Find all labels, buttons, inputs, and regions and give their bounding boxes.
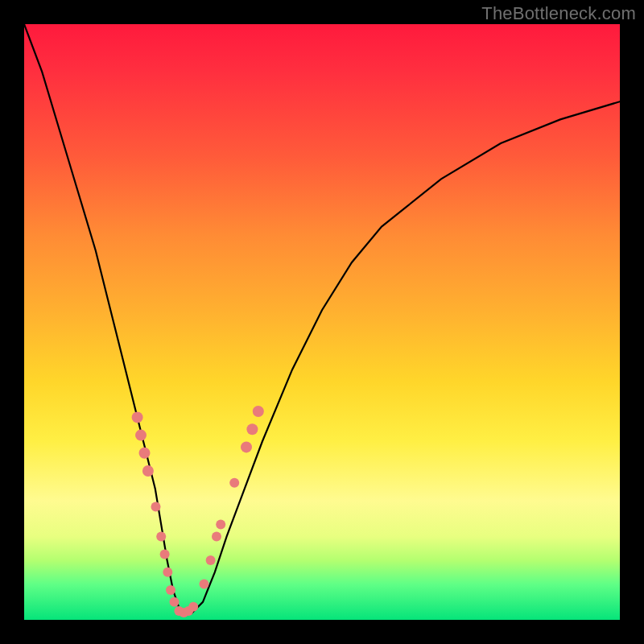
data-point bbox=[216, 520, 225, 530]
data-point bbox=[151, 502, 161, 511]
chart-frame: TheBottleneck.com bbox=[0, 0, 644, 644]
data-point bbox=[188, 602, 198, 612]
watermark-text: TheBottleneck.com bbox=[481, 3, 636, 24]
data-point bbox=[156, 531, 166, 541]
data-point bbox=[132, 411, 143, 423]
data-point bbox=[170, 597, 180, 607]
data-point bbox=[163, 568, 172, 577]
data-point bbox=[139, 448, 151, 459]
data-point bbox=[142, 465, 154, 477]
chart-svg bbox=[24, 24, 620, 620]
data-point bbox=[135, 430, 147, 441]
data-point bbox=[241, 441, 252, 452]
data-point bbox=[160, 550, 170, 559]
data-point bbox=[246, 423, 258, 435]
data-point bbox=[200, 580, 209, 589]
data-markers bbox=[132, 406, 264, 617]
data-point bbox=[206, 555, 216, 565]
plot-area bbox=[24, 24, 620, 620]
data-point bbox=[253, 406, 264, 417]
data-point bbox=[166, 585, 175, 595]
data-point bbox=[212, 531, 221, 541]
bottleneck-curve bbox=[24, 24, 620, 614]
data-point bbox=[229, 478, 239, 488]
